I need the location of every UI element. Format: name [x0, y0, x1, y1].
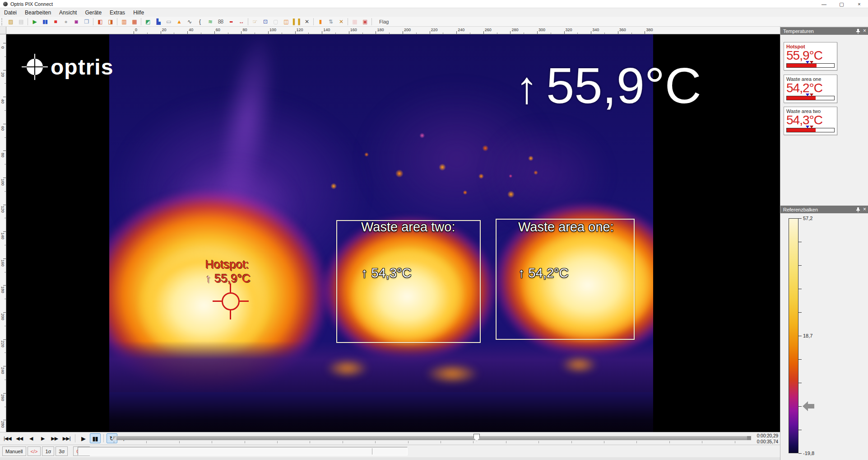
- sigma1-button[interactable]: 1σ: [42, 446, 54, 456]
- time-total: 0:00:35,74: [751, 439, 778, 445]
- menu-item-datei[interactable]: Datei: [0, 9, 21, 17]
- diagram-icon[interactable]: ≋: [205, 18, 215, 26]
- snapshot-icon[interactable]: ◙: [71, 18, 81, 26]
- reference-bar-tick: [798, 383, 802, 383]
- pan-hand-icon[interactable]: ☞: [250, 18, 260, 26]
- step-forward-button[interactable]: ▶: [37, 433, 48, 443]
- pause-icon[interactable]: ▮▮: [40, 18, 50, 26]
- reference-bar-tick: [798, 336, 802, 336]
- seek-track[interactable]: [113, 436, 751, 440]
- open-file-icon[interactable]: ▨: [5, 18, 16, 26]
- ruler-tick-minor: [604, 33, 605, 34]
- digital-display-icon[interactable]: 88: [215, 18, 226, 26]
- ruler-label: 260: [0, 394, 5, 401]
- close-button[interactable]: ×: [850, 0, 868, 8]
- optris-logo-text: optris: [51, 55, 113, 80]
- save-video-icon[interactable]: ▣: [360, 18, 370, 26]
- ruler-tick-minor: [228, 33, 228, 34]
- maximize-button[interactable]: ▢: [833, 0, 850, 8]
- ruler-tick: [618, 31, 618, 34]
- pin-icon[interactable]: [856, 207, 860, 212]
- device-print-icon[interactable]: ▭: [163, 18, 174, 26]
- close-panel-icon[interactable]: ×: [863, 206, 866, 213]
- ruler-label: 40: [0, 98, 5, 105]
- ruler-label: 340: [592, 28, 599, 32]
- waste-area-two-rect[interactable]: [336, 220, 481, 343]
- reference-bar-tick: [798, 289, 802, 289]
- mode-manuell-button[interactable]: Manuell: [2, 446, 26, 456]
- minimize-button[interactable]: —: [815, 0, 833, 8]
- display-mode-icon[interactable]: ◩: [143, 18, 153, 26]
- play-icon[interactable]: ▶: [29, 18, 40, 26]
- palette-icon[interactable]: ▥: [119, 18, 129, 26]
- ruler-label: 60: [0, 125, 5, 132]
- ruler-label: 100: [269, 28, 276, 32]
- palette-alt-icon[interactable]: ▦: [129, 18, 139, 26]
- measure-icon[interactable]: ↔: [236, 18, 246, 26]
- histogram-icon[interactable]: ▙: [153, 18, 163, 26]
- gradient-bar-icon[interactable]: ▮: [315, 18, 325, 26]
- step-back-button[interactable]: ◀: [26, 433, 37, 443]
- flag-button[interactable]: Flag: [375, 18, 393, 25]
- ruler-tick: [3, 339, 6, 340]
- pause-button[interactable]: ▮▮: [90, 433, 101, 443]
- sigma3-button[interactable]: 3σ: [56, 446, 68, 456]
- range-bounds-button[interactable]: </>: [28, 446, 41, 456]
- ruler-label: 220: [431, 28, 438, 32]
- image-export-icon[interactable]: ◨: [105, 18, 116, 26]
- tools-icon[interactable]: ✕: [302, 18, 312, 26]
- reference-level-arrow-icon[interactable]: [803, 401, 814, 411]
- ruler-tick-minor: [631, 33, 632, 34]
- flame-icon[interactable]: ▲: [174, 18, 184, 26]
- menu-item-extras[interactable]: Extras: [106, 9, 129, 17]
- menu-item-bearbeiten[interactable]: Bearbeiten: [21, 9, 55, 17]
- close-panel-icon[interactable]: ×: [863, 28, 866, 34]
- temp-profile-icon[interactable]: ∿: [184, 18, 195, 26]
- status-field[interactable]: [78, 447, 408, 455]
- seek-position-marker[interactable]: [473, 434, 480, 441]
- copy-icon[interactable]: ❐: [81, 18, 92, 26]
- snake-curve-icon[interactable]: {: [195, 18, 205, 26]
- colorbar-pair-icon[interactable]: ▌▐: [291, 18, 302, 26]
- stop-icon[interactable]: ■: [50, 18, 60, 26]
- menu-item-geräte[interactable]: Geräte: [81, 9, 106, 17]
- rewind-button[interactable]: ◀◀: [14, 433, 25, 443]
- colorbar-icon[interactable]: ◫: [281, 18, 291, 26]
- ruler-label: 380: [646, 28, 653, 32]
- waste-area-one-rect[interactable]: [496, 219, 635, 340]
- fullscreen-icon[interactable]: ⊡: [260, 18, 270, 26]
- pin-icon[interactable]: [856, 28, 860, 34]
- ruler-tick-minor: [5, 191, 6, 192]
- seek-tick: [245, 441, 245, 443]
- temperature-card-bar: [786, 63, 835, 68]
- reference-color-bar[interactable]: [789, 218, 798, 453]
- skip-start-button[interactable]: |◀◀: [2, 433, 13, 443]
- seek-tick: [441, 441, 441, 443]
- skip-end-button[interactable]: ▶▶|: [61, 433, 72, 443]
- marker-blue-icon: [806, 126, 809, 128]
- marker-red-icon: [810, 126, 813, 128]
- ruler-tick-minor: [147, 33, 148, 34]
- seek-tick: [212, 441, 212, 443]
- optris-logo: optris: [22, 52, 113, 81]
- image-zoom-icon[interactable]: ◧: [95, 18, 105, 26]
- ruler-tick-minor: [5, 245, 6, 245]
- ruler-tick: [134, 31, 134, 34]
- fast-forward-button[interactable]: ▶▶: [49, 433, 60, 443]
- bar-display-icon[interactable]: ▪▪: [226, 18, 236, 26]
- range-updown-icon[interactable]: ⇅: [325, 18, 336, 26]
- thermal-image-view[interactable]: optris ↑55,9°C Waste area two: ↑ 54,3°C …: [6, 34, 780, 432]
- record-icon[interactable]: ●: [60, 18, 71, 26]
- hotspot-label: Hotspot: ↑ 55,9°C: [205, 258, 251, 286]
- marker-blue-icon: [806, 94, 809, 96]
- playback-bar: |◀◀◀◀◀▶▶▶▶▶|▶▮▮↻·|· 0:00:20,29 0:00:35,7…: [0, 432, 780, 445]
- auto-adjust-icon[interactable]: ✕: [336, 18, 346, 26]
- play-button[interactable]: ▶: [78, 433, 89, 443]
- marker-red-icon: [810, 61, 813, 64]
- hotspot-crosshair-icon[interactable]: [213, 283, 249, 319]
- menu-item-hilfe[interactable]: Hilfe: [129, 9, 148, 17]
- menu-item-ansicht[interactable]: Ansicht: [55, 9, 81, 17]
- ruler-tick: [3, 43, 6, 43]
- temperature-bar-fill: [787, 128, 816, 132]
- status-buttons: Manuell</>1σ3σOPT: [2, 446, 90, 456]
